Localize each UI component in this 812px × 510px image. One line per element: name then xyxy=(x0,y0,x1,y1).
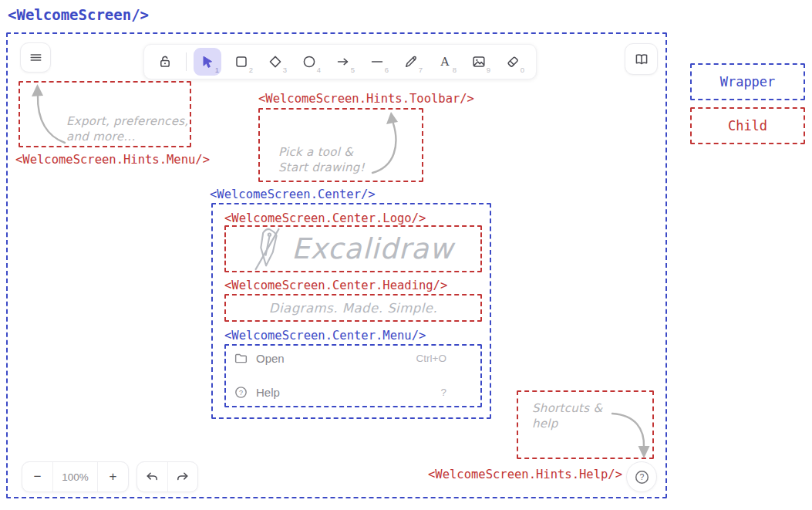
menu-item-shortcut: Ctrl+O xyxy=(416,353,446,364)
center-heading-label: <WelcomeScreen.Center.Heading/> xyxy=(224,279,447,292)
hamburger-icon xyxy=(29,50,43,65)
undo-icon xyxy=(145,470,160,485)
center-logo-label: <WelcomeScreen.Center.Logo/> xyxy=(224,211,426,225)
history-controls xyxy=(136,461,198,492)
text-icon: A xyxy=(437,54,453,69)
help-circle-icon: ? xyxy=(234,385,248,400)
hints-help-box: Shortcuts & help xyxy=(517,390,654,459)
toolbar-hint-text: Pick a tool & Start drawing! xyxy=(278,144,365,176)
book-icon xyxy=(634,52,649,67)
redo-icon xyxy=(175,470,190,485)
menu-item-help[interactable]: ? Help ? xyxy=(224,383,482,400)
excalidraw-logo-text: Excalidraw xyxy=(291,232,453,265)
selection-cursor-icon xyxy=(200,54,215,69)
menu-hint-text: Export, preferences, and more... xyxy=(66,113,188,145)
ellipse-icon xyxy=(302,54,317,69)
zoom-out-button[interactable]: − xyxy=(22,462,52,491)
folder-icon xyxy=(234,351,248,366)
lock-tool-button[interactable] xyxy=(151,48,179,76)
library-button[interactable] xyxy=(625,43,658,75)
menu-item-label: Help xyxy=(256,386,280,399)
line-icon xyxy=(369,54,385,69)
minus-icon: − xyxy=(34,469,42,485)
center-menu-label: <WelcomeScreen.Center.Menu/> xyxy=(224,329,426,343)
main-menu-button[interactable] xyxy=(20,42,51,73)
tool-image[interactable]: 9 xyxy=(465,48,493,76)
tool-shortcut-number: 0 xyxy=(521,66,524,74)
redo-button[interactable] xyxy=(167,462,197,491)
tool-rectangle[interactable]: 2 xyxy=(227,48,255,76)
tool-shortcut-number: 5 xyxy=(351,66,355,74)
zoom-level-value: 100% xyxy=(62,471,89,483)
tool-shortcut-number: 1 xyxy=(215,66,219,74)
hints-menu-label: <WelcomeScreen.Hints.Menu/> xyxy=(15,153,210,167)
unlocked-padlock-icon xyxy=(157,54,173,69)
excalidraw-logo: Excalidraw xyxy=(224,225,482,272)
welcome-heading: Diagrams. Made. Simple. xyxy=(224,294,482,322)
image-icon xyxy=(471,54,487,69)
svg-text:?: ? xyxy=(239,388,243,396)
tool-eraser[interactable]: 0 xyxy=(499,48,527,76)
tool-line[interactable]: 6 xyxy=(363,48,391,76)
undo-button[interactable] xyxy=(137,462,167,491)
tool-shortcut-number: 4 xyxy=(317,66,321,74)
tool-selection[interactable]: 1 xyxy=(194,48,221,76)
hints-toolbar-box: Pick a tool & Start drawing! xyxy=(258,108,423,182)
legend-child: Child xyxy=(690,107,805,144)
legend-child-label: Child xyxy=(728,118,767,133)
menu-item-open[interactable]: Open Ctrl+O xyxy=(224,350,482,366)
tool-draw[interactable]: 7 xyxy=(397,48,425,76)
arrow-icon xyxy=(335,54,351,69)
menu-item-label: Open xyxy=(256,352,285,365)
diamond-icon xyxy=(268,54,283,69)
menu-item-shortcut: ? xyxy=(440,387,446,398)
legend-wrapper: Wrapper xyxy=(690,63,805,100)
tool-shortcut-number: 6 xyxy=(385,66,389,74)
legend-wrapper-label: Wrapper xyxy=(720,74,776,90)
tool-arrow[interactable]: 5 xyxy=(329,48,357,76)
hints-help-label: <WelcomeScreen.Hints.Help/> xyxy=(428,468,622,481)
welcome-screen-annotated-screenshot: <WelcomeScreen/> 1 xyxy=(0,0,812,510)
help-circle-icon: ? xyxy=(634,469,650,485)
tool-text[interactable]: A 8 xyxy=(431,48,459,76)
pencil-icon xyxy=(403,54,419,69)
toolbar-divider xyxy=(186,52,187,71)
tool-shortcut-number: 2 xyxy=(249,66,253,74)
toolbar: 1 2 3 4 5 xyxy=(143,44,537,79)
excalidraw-pen-nib-icon xyxy=(253,227,282,272)
tool-ellipse[interactable]: 4 xyxy=(295,48,323,76)
svg-text:?: ? xyxy=(639,472,644,481)
tool-shortcut-number: 3 xyxy=(283,66,287,74)
plus-icon: + xyxy=(109,469,116,485)
page-title: <WelcomeScreen/> xyxy=(8,6,149,23)
help-button[interactable]: ? xyxy=(626,461,657,492)
svg-text:A: A xyxy=(440,55,450,69)
zoom-in-button[interactable]: + xyxy=(97,462,128,491)
hints-menu-box: Export, preferences, and more... xyxy=(19,81,191,147)
tool-shortcut-number: 9 xyxy=(487,66,490,74)
hints-toolbar-label: <WelcomeScreen.Hints.Toolbar/> xyxy=(258,92,474,106)
rectangle-icon xyxy=(234,54,249,69)
help-hint-text: Shortcuts & help xyxy=(532,400,602,432)
eraser-icon xyxy=(505,54,521,69)
center-label: <WelcomeScreen.Center/> xyxy=(210,187,376,201)
tool-shortcut-number: 7 xyxy=(419,66,423,74)
tool-shortcut-number: 8 xyxy=(453,66,457,74)
tool-diamond[interactable]: 3 xyxy=(261,48,289,76)
zoom-level-button[interactable]: 100% xyxy=(52,462,97,491)
zoom-controls: − 100% + xyxy=(22,461,129,492)
